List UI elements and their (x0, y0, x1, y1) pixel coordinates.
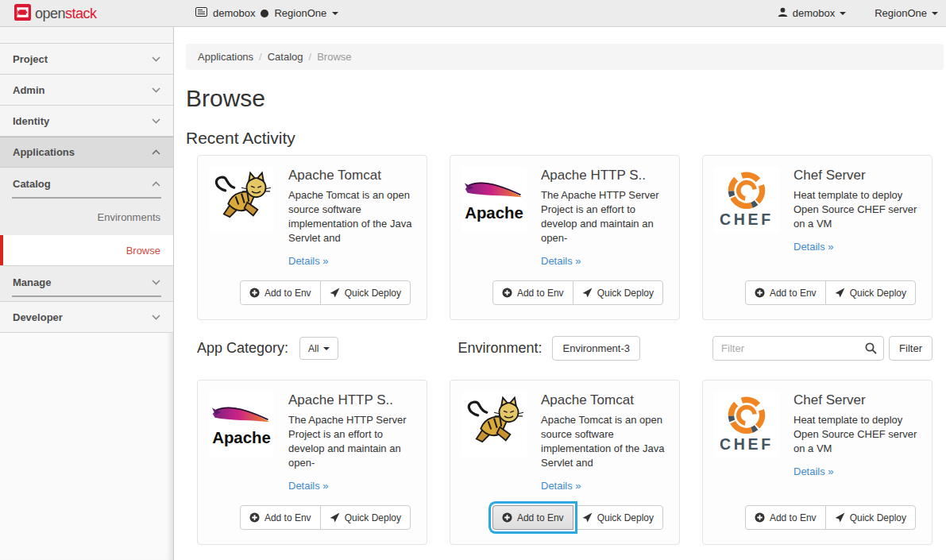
quick-deploy-button[interactable]: Quick Deploy (320, 505, 411, 530)
context-region-label: RegionOne (274, 7, 326, 19)
app-title: Chef Server (793, 168, 921, 183)
app-category-value: All (308, 343, 319, 354)
button-label: Add to Env (770, 512, 817, 523)
details-link[interactable]: Details » (541, 255, 581, 267)
environment-label: Environment: (458, 340, 542, 357)
details-link[interactable]: Details » (288, 255, 329, 267)
search-icon[interactable] (865, 342, 877, 357)
add-to-env-button[interactable]: Add to Env (492, 280, 573, 305)
plus-circle-icon (755, 288, 765, 298)
user-menu[interactable]: demobox (778, 7, 846, 20)
quick-deploy-button[interactable]: Quick Deploy (825, 505, 916, 530)
sidebar-item-manage[interactable]: Manage (12, 266, 161, 297)
app-card-apache-http: Apache Apache HTTP S.. The Apache HTTP S… (197, 380, 427, 545)
paper-plane-icon (582, 512, 593, 523)
sidebar-item-developer[interactable]: Developer (0, 302, 173, 333)
region-menu-label: RegionOne (875, 7, 927, 19)
paper-plane-icon (330, 512, 340, 523)
caret-down-icon (932, 12, 938, 15)
sidebar-item-label: Applications (13, 146, 75, 158)
breadcrumb: Applications / Catalog / Browse (186, 44, 944, 70)
sidebar-item-label: Manage (13, 276, 51, 288)
recent-activity-heading: Recent Activity (186, 129, 946, 148)
details-link[interactable]: Details » (541, 480, 581, 492)
app-title: Chef Server (793, 392, 921, 408)
add-to-env-button-highlighted[interactable]: Add to Env (492, 505, 573, 530)
project-region-switcher[interactable]: demobox RegionOne (195, 0, 338, 26)
apache-logo-icon: Apache (461, 167, 527, 232)
app-category-dropdown[interactable]: All (299, 337, 338, 360)
add-to-env-button[interactable]: Add to Env (240, 505, 321, 530)
top-right-menus: demobox RegionOne (778, 0, 938, 26)
chef-logo-icon: CHEF (714, 167, 779, 232)
sidebar-item-applications[interactable]: Applications (0, 137, 173, 168)
list-icon (195, 7, 207, 19)
chevron-down-icon (152, 280, 160, 285)
sidebar-item-admin[interactable]: Admin (0, 75, 173, 106)
paper-plane-icon (582, 288, 593, 298)
breadcrumb-separator: / (259, 51, 262, 63)
app-description: The Apache HTTP Server Project is an eff… (288, 413, 415, 470)
openstack-logo-text: openstack (35, 6, 97, 22)
sidebar-item-catalog[interactable]: Catalog (12, 168, 161, 199)
region-dot-icon (261, 10, 268, 17)
svg-text:CHEF: CHEF (720, 210, 774, 228)
sidebar-item-project[interactable]: Project (0, 44, 173, 75)
top-bar: openstack demobox RegionOne demobox Regi… (0, 0, 946, 27)
app-card-tomcat: Apache Tomcat Apache Tomcat is an open s… (450, 380, 680, 545)
app-category-label: App Category: (197, 340, 288, 357)
filter-search (712, 336, 884, 361)
button-label: Add to Env (517, 512, 564, 523)
add-to-env-button[interactable]: Add to Env (240, 280, 321, 305)
caret-down-icon (323, 347, 330, 350)
card-actions: Add to Env Quick Deploy (492, 505, 663, 530)
button-label: Quick Deploy (597, 288, 654, 299)
sidebar-item-label: Identity (13, 115, 49, 127)
sidebar-item-identity[interactable]: Identity (0, 106, 173, 137)
sidebar-manage-section: Manage (0, 266, 173, 302)
sidebar-item-browse[interactable]: Browse (0, 235, 173, 265)
sidebar-item-label: Project (13, 53, 48, 65)
breadcrumb-applications[interactable]: Applications (198, 51, 253, 63)
details-link[interactable]: Details » (793, 465, 834, 477)
chevron-down-icon (152, 315, 160, 320)
button-label: Add to Env (517, 288, 564, 299)
caret-down-icon (332, 12, 338, 15)
quick-deploy-button[interactable]: Quick Deploy (573, 280, 663, 305)
chevron-down-icon (152, 56, 160, 62)
app-description: Apache Tomcat is an open source software… (288, 188, 415, 245)
recent-activity-row: Apache Tomcat Apache Tomcat is an open s… (197, 155, 946, 320)
tomcat-logo-icon (209, 167, 274, 232)
sidebar-clipped-row (0, 27, 173, 44)
region-menu[interactable]: RegionOne (875, 7, 938, 19)
card-actions: Add to Env Quick Deploy (240, 280, 411, 305)
details-link[interactable]: Details » (793, 241, 834, 253)
sidebar-item-label: Catalog (13, 178, 51, 190)
filter-input[interactable] (712, 336, 884, 361)
quick-deploy-button[interactable]: Quick Deploy (320, 280, 411, 305)
context-project-label: demobox (213, 7, 255, 19)
filter-button[interactable]: Filter (889, 336, 932, 361)
sidebar-item-label: Browse (126, 245, 160, 257)
openstack-logo[interactable]: openstack (14, 4, 97, 24)
card-actions: Add to Env Quick Deploy (492, 280, 663, 305)
button-label: Add to Env (264, 288, 311, 299)
svg-text:Apache: Apache (212, 429, 271, 446)
plus-circle-icon (502, 288, 512, 298)
quick-deploy-button[interactable]: Quick Deploy (573, 505, 663, 530)
app-title: Apache Tomcat (288, 168, 415, 183)
sidebar-item-environments[interactable]: Environments (0, 199, 173, 235)
add-to-env-button[interactable]: Add to Env (745, 280, 826, 305)
environment-button[interactable]: Environment-3 (552, 336, 640, 361)
app-card-chef: CHEF Chef Server Heat template to deploy… (702, 380, 932, 545)
page-title: Browse (186, 85, 946, 112)
svg-text:Apache: Apache (465, 204, 523, 222)
plus-circle-icon (755, 512, 765, 523)
tomcat-logo-icon (461, 392, 527, 457)
details-link[interactable]: Details » (288, 480, 329, 492)
svg-text:CHEF: CHEF (720, 435, 774, 453)
breadcrumb-catalog[interactable]: Catalog (268, 51, 303, 63)
card-actions: Add to Env Quick Deploy (745, 280, 916, 305)
add-to-env-button[interactable]: Add to Env (745, 505, 826, 530)
quick-deploy-button[interactable]: Quick Deploy (825, 280, 916, 305)
